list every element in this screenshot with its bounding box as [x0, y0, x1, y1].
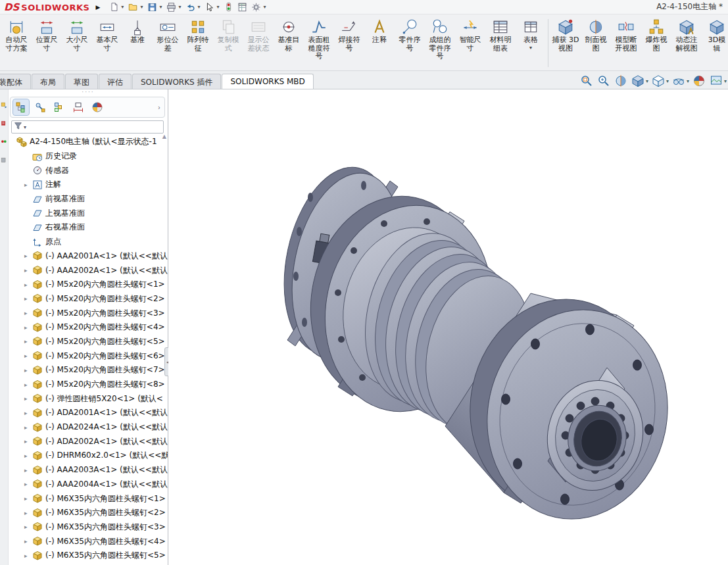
open-icon[interactable]: [126, 1, 140, 13]
ribbon-button-datum-target[interactable]: 基准目 标: [274, 16, 304, 70]
ribbon-button-balloon[interactable]: 零件序 号: [395, 16, 425, 70]
tree-item[interactable]: ▸(-) DHRM60x2.0<1> (默认<<默: [9, 449, 168, 463]
tree-item[interactable]: ▸(-) M6X35内六角圆柱头螺钉<3> (默: [9, 520, 168, 535]
ribbon-button-location-dimension[interactable]: 位置尺 寸: [32, 16, 62, 70]
tree-item[interactable]: ▸(-) M5x20内六角圆柱头螺钉<8> (默: [9, 378, 168, 392]
dimxpertmanager-tab[interactable]: [70, 99, 86, 115]
ribbon-button-datum[interactable]: 基准: [122, 16, 153, 70]
ribbon-button-model-break-view[interactable]: 模型断 开视图: [611, 16, 641, 70]
panel-drag-handle[interactable]: ····: [9, 89, 168, 96]
display-style-icon[interactable]: [651, 74, 666, 88]
tree-item[interactable]: ▸(-) M5x20内六角圆柱头螺钉<7> (默: [9, 363, 168, 378]
menu-expand-arrow-icon[interactable]: ▶: [95, 4, 100, 11]
tree-root-assembly[interactable]: A2-4-150电主轴 (默认<显示状态-1: [9, 135, 168, 149]
edge-toolbar-icon-2[interactable]: [1, 120, 7, 128]
new-document-icon[interactable]: [107, 1, 121, 13]
dropdown-caret-icon[interactable]: ▾: [646, 78, 648, 84]
tree-item[interactable]: ▸(-) AAA2004A<1> (默认<<默认: [9, 478, 168, 492]
dropdown-caret-icon[interactable]: ▾: [159, 4, 162, 10]
expand-arrow-icon[interactable]: ▸: [24, 381, 32, 388]
section-view-icon[interactable]: [614, 74, 628, 88]
tree-item[interactable]: 上视基准面: [9, 206, 168, 220]
expand-arrow-icon[interactable]: ▸: [24, 467, 32, 474]
spindle-3d-model[interactable]: [172, 92, 728, 565]
tree-item[interactable]: ▸(-) 弹性圆柱销5X20<1> (默认<: [9, 391, 168, 406]
expand-arrow-icon[interactable]: ▸: [24, 410, 32, 416]
ribbon-button-note[interactable]: 注释: [364, 16, 395, 70]
dropdown-caret-icon[interactable]: ▾: [197, 4, 200, 10]
expand-arrow-icon[interactable]: ▸: [24, 424, 32, 431]
dropdown-caret-icon[interactable]: ▾: [121, 4, 124, 10]
undo-icon[interactable]: [183, 1, 197, 13]
ribbon-button-auto-balloon[interactable]: 成组的 零件序 号: [425, 16, 455, 70]
dropdown-caret-icon[interactable]: ▾: [263, 4, 266, 10]
select-icon[interactable]: [203, 1, 216, 13]
command-tab-1[interactable]: 布局: [32, 74, 64, 89]
tree-item[interactable]: 右视基准面: [9, 220, 168, 235]
dropdown-caret-icon[interactable]: ▾: [529, 45, 532, 51]
options-icon[interactable]: [249, 1, 263, 13]
dropdown-caret-icon[interactable]: ▾: [724, 78, 727, 84]
tree-item[interactable]: 前视基准面: [9, 192, 168, 207]
ribbon-button-exploded-view[interactable]: 爆炸视 图: [641, 16, 671, 70]
filter-caret-icon[interactable]: ▾: [24, 124, 26, 130]
command-tab-0[interactable]: 装配体: [0, 74, 31, 89]
ribbon-button-size-dimension[interactable]: 大小尺 寸: [62, 16, 92, 70]
expand-arrow-icon[interactable]: ▸: [24, 453, 32, 459]
expand-arrow-icon[interactable]: ▸: [24, 310, 32, 316]
ribbon-button-surface-finish[interactable]: 表面粗 糙度符 号: [304, 16, 334, 70]
expand-arrow-icon[interactable]: ▸: [24, 553, 32, 559]
ribbon-button-tolerance-status[interactable]: 显示公 差状态: [243, 16, 274, 70]
expand-arrow-icon[interactable]: ▸: [24, 295, 32, 302]
tree-item[interactable]: ▸(-) ADA2001A<1> (默认<<默认: [9, 406, 168, 420]
feature-tree-filter-input[interactable]: [28, 122, 161, 132]
tree-item[interactable]: ▸(-) M6X35内六角圆柱头螺钉<1> (默: [9, 491, 168, 506]
command-tab-3[interactable]: 评估: [99, 74, 132, 89]
dropdown-caret-icon[interactable]: ▾: [687, 78, 689, 84]
tree-item[interactable]: ▸(-) M5x20内六角圆柱头螺钉<3> (默: [9, 306, 168, 320]
expand-arrow-icon[interactable]: ▸: [24, 367, 32, 374]
tree-item[interactable]: ▸(-) M5x20内六角圆柱头螺钉<1> (默: [9, 278, 168, 292]
command-tab-4[interactable]: SOLIDWORKS 插件: [132, 74, 221, 89]
save-icon[interactable]: [145, 1, 159, 13]
ribbon-button-geometric-tolerance[interactable]: 形位公 差: [153, 16, 183, 70]
edge-toolbar-icon-3[interactable]: [1, 138, 7, 146]
hide-show-items-icon[interactable]: [671, 74, 686, 88]
expand-arrow-icon[interactable]: ▸: [24, 253, 32, 259]
tree-item[interactable]: ▸注解: [9, 178, 168, 192]
tree-item[interactable]: ▸(-) M6X35内六角圆柱头螺钉<4> (默: [9, 534, 168, 549]
expand-arrow-icon[interactable]: ▸: [24, 438, 32, 445]
expand-arrow-icon[interactable]: ▸: [24, 538, 32, 545]
apply-scene-icon[interactable]: [709, 74, 723, 88]
ribbon-button-smart-dimension[interactable]: 智能尺 寸: [455, 16, 485, 70]
manager-tabs-chevron-icon[interactable]: ›: [158, 104, 162, 111]
dropdown-caret-icon[interactable]: ▾: [140, 4, 143, 10]
propertymanager-tab[interactable]: [32, 99, 48, 115]
tree-item[interactable]: 原点: [9, 235, 168, 249]
evaluate-icon[interactable]: [235, 1, 249, 13]
ribbon-button-weld-symbol[interactable]: 焊接符 号: [334, 16, 364, 70]
ribbon-button-bill-of-materials[interactable]: 材料明 细表: [485, 16, 516, 70]
tree-item[interactable]: 历史记录: [9, 149, 168, 164]
view-orientation-icon[interactable]: [631, 74, 645, 88]
ribbon-button-pattern-feature[interactable]: 阵列特 征: [183, 16, 213, 70]
ribbon-button-tables[interactable]: 表格▾: [516, 16, 546, 70]
edge-toolbar-icon-4[interactable]: [1, 157, 7, 164]
ribbon-button-section-view[interactable]: 剖面视 图: [581, 16, 611, 70]
expand-arrow-icon[interactable]: ▸: [24, 481, 32, 487]
featuremanager-tab[interactable]: [13, 99, 29, 115]
expand-arrow-icon[interactable]: ▸: [24, 267, 32, 274]
ribbon-button-dynamic-annotation-views[interactable]: 动态注 解视图: [671, 16, 702, 70]
dropdown-caret-icon[interactable]: ▾: [178, 4, 181, 10]
graphics-viewport[interactable]: [168, 89, 728, 565]
zoom-fit-icon[interactable]: [579, 74, 594, 88]
tree-item[interactable]: ▸(-) ADA2024A<1> (默认<<默认: [9, 420, 168, 435]
configurationmanager-tab[interactable]: [51, 99, 67, 115]
dropdown-caret-icon[interactable]: ▾: [666, 78, 669, 84]
zoom-area-icon[interactable]: [596, 74, 611, 88]
edge-toolbar-icon-1[interactable]: [1, 101, 7, 109]
expand-arrow-icon[interactable]: ▸: [24, 395, 32, 402]
expand-arrow-icon[interactable]: ▸: [24, 510, 32, 516]
tree-item[interactable]: ▸(-) M6X35内六角圆柱头螺钉<5> (默: [9, 549, 168, 563]
filter-funnel-icon[interactable]: [14, 122, 22, 132]
